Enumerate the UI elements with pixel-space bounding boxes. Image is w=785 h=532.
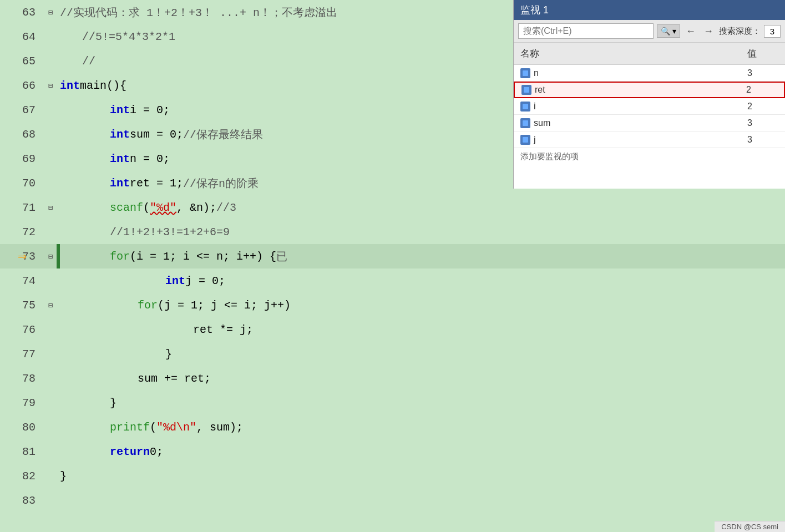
fold-indicator-70 <box>44 171 57 195</box>
watch-nav-right[interactable]: → <box>701 24 716 38</box>
line-number-82: 82 <box>0 464 44 488</box>
code-content-78: sum += ret; <box>60 368 785 389</box>
watch-nav-left[interactable]: ← <box>683 24 698 38</box>
watch-row-j[interactable]: j3 <box>514 131 785 148</box>
code-token: (j = 1; j <= i; j++) <box>158 299 291 312</box>
var-name-label: sum <box>534 118 550 128</box>
watch-depth-value: 3 <box>764 25 781 38</box>
code-content-81: return 0; <box>60 441 785 463</box>
code-token: main(){ <box>80 79 126 92</box>
watch-col-name-header: 名称 <box>514 45 741 62</box>
code-line-77: 77} <box>0 342 785 366</box>
code-line-74: 74int j = 0; <box>0 268 785 293</box>
code-text: //5!=5*4*3*2*1 <box>82 31 175 43</box>
watch-var-name-n: n <box>514 67 741 80</box>
code-token: return <box>110 445 150 458</box>
watch-title: 监视 1 <box>520 3 549 17</box>
watch-row-i[interactable]: i2 <box>514 98 785 115</box>
code-content-80: printf("%d\n", sum); <box>60 417 785 438</box>
line-number-65: 65 <box>0 49 44 73</box>
code-token: //保存n的阶乘 <box>183 176 259 191</box>
fold-indicator-71[interactable]: ⊟ <box>44 195 57 220</box>
var-name-label: j <box>534 135 536 145</box>
code-content-77: } <box>60 343 785 365</box>
var-name-label: i <box>534 102 536 112</box>
code-line-80: 80printf("%d\n", sum); <box>0 415 785 439</box>
var-icon-sum <box>520 118 530 128</box>
var-icon-ret <box>521 85 531 95</box>
line-number-69: 69 <box>0 146 44 171</box>
fold-indicator-66[interactable]: ⊟ <box>44 73 57 98</box>
code-token: //3 <box>216 201 236 214</box>
fold-indicator-75[interactable]: ⊟ <box>44 293 57 317</box>
code-token: sum += ret; <box>138 372 211 385</box>
watch-var-value-sum: 3 <box>741 116 785 130</box>
watch-row-n[interactable]: n3 <box>514 65 785 82</box>
code-content-83 <box>60 496 785 505</box>
code-token: for <box>110 250 130 263</box>
code-token: "%d" <box>150 201 176 214</box>
code-token: printf <box>110 421 150 434</box>
code-token: 0; <box>150 445 163 458</box>
code-token: for <box>138 299 158 312</box>
watch-panel: 监视 1 🔍 ▾ ← → 搜索深度： 3 名称 值 n3ret2i2sum3j3… <box>513 0 785 189</box>
watch-var-name-i: i <box>514 100 741 113</box>
fold-indicator-82 <box>44 464 57 488</box>
code-text: //1!+2!+3!=1+2+6=9 <box>110 226 230 239</box>
code-line-78: 78sum += ret; <box>0 366 785 391</box>
bottom-bar: CSDN @CS semi <box>715 521 785 532</box>
fold-indicator-67 <box>44 98 57 122</box>
watch-search-input[interactable] <box>518 23 654 39</box>
code-token: scanf <box>110 201 143 214</box>
line-number-66: 66 <box>0 73 44 98</box>
code-token: ( <box>143 201 150 214</box>
line-number-80: 80 <box>0 415 44 439</box>
var-name-label: n <box>534 68 539 78</box>
code-content-79: } <box>60 392 785 414</box>
code-token: int <box>165 275 185 287</box>
fold-indicator-76 <box>44 317 57 342</box>
code-token: ( <box>150 421 156 434</box>
line-number-78: 78 <box>0 366 44 391</box>
code-token: int <box>110 128 130 141</box>
fold-indicator-64 <box>44 24 57 49</box>
watch-var-value-i: 2 <box>741 100 785 113</box>
code-token: , &n); <box>176 201 216 214</box>
watch-var-name-sum: sum <box>514 116 741 130</box>
watch-search-button[interactable]: 🔍 ▾ <box>657 24 680 38</box>
watch-table-header: 名称 值 <box>514 43 785 65</box>
main-container: 63⊟//实现代码：求 1！+2！+3！ ...+ n！；不考虑溢出64//5!… <box>0 0 785 532</box>
watch-add-item[interactable]: 添加要监视的项 <box>514 148 785 165</box>
watch-depth-label: 搜索深度： <box>719 26 761 37</box>
fold-indicator-78 <box>44 366 57 391</box>
code-line-82: 82} <box>0 464 785 488</box>
fold-indicator-79 <box>44 391 57 415</box>
code-text: } <box>165 348 172 361</box>
fold-indicator-83 <box>44 488 57 513</box>
line-number-71: 71 <box>0 195 44 220</box>
code-text: } <box>110 397 117 409</box>
line-number-64: 64 <box>0 24 44 49</box>
code-content-71: scanf("%d", &n);//3 <box>60 197 785 219</box>
watch-table: 名称 值 n3ret2i2sum3j3 添加要监视的项 <box>514 43 785 189</box>
watch-row-ret[interactable]: ret2 <box>514 82 785 98</box>
line-number-74: 74 <box>0 268 44 293</box>
fold-indicator-80 <box>44 415 57 439</box>
code-token: i = 0; <box>130 104 170 116</box>
code-content-74: int j = 0; <box>60 270 785 292</box>
code-text: // <box>82 55 95 68</box>
code-token: ret *= j; <box>193 323 253 336</box>
line-number-83: 83 <box>0 488 44 513</box>
fold-indicator-69 <box>44 146 57 171</box>
code-token: "%d\n" <box>156 421 196 434</box>
var-icon-n <box>520 68 530 78</box>
code-content-73: for (i = 1; i <= n; i++) { 已 <box>60 245 785 268</box>
watch-row-sum[interactable]: sum3 <box>514 115 785 131</box>
fold-indicator-77 <box>44 342 57 366</box>
code-line-79: 79} <box>0 391 785 415</box>
code-token: sum = 0; <box>130 128 183 141</box>
var-name-label: ret <box>535 85 545 95</box>
code-line-75: 75⊟for (j = 1; j <= i; j++) <box>0 293 785 317</box>
fold-indicator-73[interactable]: ⊟ <box>44 244 57 268</box>
fold-indicator-63[interactable]: ⊟ <box>44 0 57 24</box>
